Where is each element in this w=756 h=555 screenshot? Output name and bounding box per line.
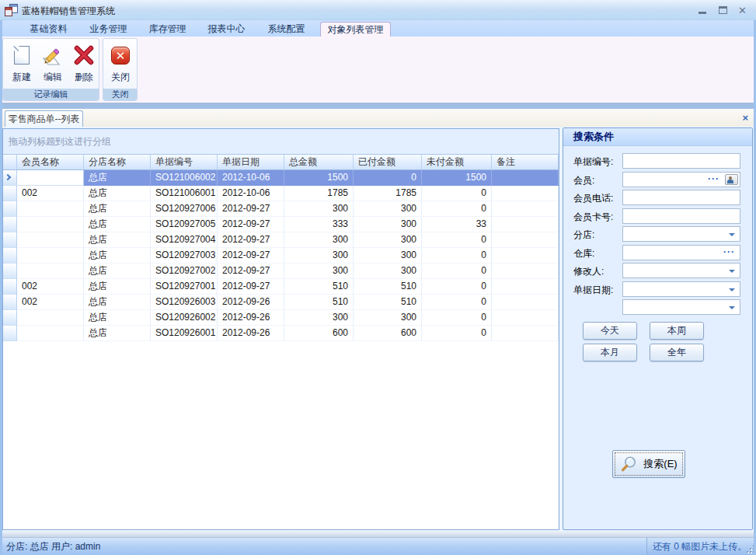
cell: 2012-09-27 — [218, 232, 284, 248]
cell — [492, 264, 559, 279]
cell: 0 — [422, 310, 492, 326]
edit-button[interactable]: 编辑 — [37, 42, 68, 89]
cell: 2012-09-27 — [218, 279, 284, 295]
cell — [492, 170, 559, 186]
table-row-6[interactable]: 总店SO1209270032012-09-273003000 — [3, 248, 559, 264]
table-row-3[interactable]: 总店SO1209270062012-09-273003000 — [3, 201, 559, 217]
cell: 1785 — [284, 186, 354, 201]
bill-date-input[interactable] — [622, 281, 740, 297]
search-icon — [620, 456, 637, 473]
cell: SO120926001 — [151, 326, 218, 341]
cell: 总店 — [84, 217, 151, 232]
table-row-4[interactable]: 总店SO1209270052012-09-2733330033 — [3, 217, 559, 232]
menu-tab-1[interactable]: 基础资料 — [23, 22, 74, 37]
menu-tab-4[interactable]: 报表中心 — [201, 22, 252, 37]
tab-close-icon[interactable]: × — [742, 112, 748, 124]
cell: 0 — [422, 186, 492, 201]
member-phone-input[interactable] — [622, 190, 740, 205]
search-button[interactable]: 搜索(E) — [612, 450, 685, 478]
cell: 300 — [354, 248, 422, 264]
cell: 002 — [17, 186, 84, 201]
modifier-input[interactable] — [622, 263, 740, 278]
column-header-5[interactable]: 总金额 — [284, 154, 354, 170]
maximize-button[interactable] — [718, 5, 728, 16]
ellipsis-icon[interactable]: ··· — [708, 173, 719, 184]
cell: 300 — [354, 264, 422, 279]
table-row-8[interactable]: 002总店SO1209270012012-09-275105100 — [3, 279, 559, 295]
column-header-7[interactable]: 未付金额 — [422, 154, 492, 170]
row-indicator — [3, 201, 17, 217]
cell — [492, 232, 559, 248]
chevron-down-icon[interactable] — [729, 270, 735, 273]
cell: 2012-09-26 — [218, 326, 284, 341]
today-button[interactable]: 今天 — [583, 322, 637, 340]
ribbon-group-records: 新建 编辑 — [2, 38, 99, 101]
tab-retail-list[interactable]: 零售商品单--列表 — [5, 110, 83, 127]
table-row-7[interactable]: 总店SO1209270022012-09-273003000 — [3, 264, 559, 279]
member-card-label: 会员卡号: — [573, 211, 613, 224]
cell — [492, 217, 559, 232]
column-header-4[interactable]: 单据日期 — [218, 154, 284, 170]
this-week-button[interactable]: 本周 — [650, 322, 704, 340]
minimize-button[interactable] — [698, 5, 708, 16]
ellipsis-icon[interactable]: ··· — [723, 246, 735, 257]
table-row-5[interactable]: 总店SO1209270042012-09-273003000 — [3, 232, 559, 248]
cell — [17, 232, 84, 248]
cell: 300 — [284, 310, 354, 326]
cell: 0 — [422, 326, 492, 341]
ribbon-close-button[interactable]: ✕ 关闭 — [105, 42, 136, 89]
cell: 300 — [284, 264, 354, 279]
column-header-2[interactable]: 分店名称 — [84, 154, 151, 170]
warehouse-input[interactable]: ··· — [622, 245, 740, 260]
cell: 333 — [284, 217, 354, 232]
member-input[interactable]: ··· — [622, 172, 740, 187]
column-header-6[interactable]: 已付金额 — [354, 154, 422, 170]
cell: SO121006001 — [151, 186, 218, 201]
cell: 300 — [284, 232, 354, 248]
menu-tab-2[interactable]: 业务管理 — [83, 22, 134, 37]
cell — [17, 264, 84, 279]
row-indicator — [3, 170, 17, 186]
table-row-11[interactable]: 总店SO1209260012012-09-266006000 — [3, 326, 559, 341]
cell: 510 — [284, 295, 354, 310]
column-header-8[interactable]: 备注 — [492, 154, 559, 170]
bill-number-input[interactable] — [622, 153, 740, 169]
cell: 2012-09-26 — [218, 295, 284, 310]
close-red-icon: ✕ — [111, 44, 130, 67]
row-indicator — [3, 326, 17, 341]
cell: 1785 — [354, 186, 422, 201]
table-row-10[interactable]: 总店SO1209260022012-09-263003000 — [3, 310, 559, 326]
member-card-input[interactable] — [622, 208, 740, 224]
cell: 2012-10-06 — [218, 170, 284, 186]
member-picker-button[interactable] — [725, 174, 738, 185]
cell: 510 — [284, 279, 354, 295]
chevron-down-icon[interactable] — [729, 288, 735, 291]
cell: 总店 — [84, 170, 151, 186]
cell: 2012-09-27 — [218, 201, 284, 217]
cell — [17, 248, 84, 264]
store-input[interactable] — [622, 226, 740, 242]
new-button[interactable]: 新建 — [6, 42, 37, 89]
delete-button[interactable]: 删除 — [68, 42, 99, 89]
close-button[interactable]: ✕ — [738, 5, 748, 16]
chevron-down-icon[interactable] — [729, 233, 735, 236]
this-month-button[interactable]: 本月 — [583, 344, 637, 361]
column-header-3[interactable]: 单据编号 — [151, 154, 218, 170]
table-row-9[interactable]: 002总店SO1209260032012-09-265105100 — [3, 295, 559, 310]
table-row-2[interactable]: 002总店SO1210060012012-10-06178517850 — [3, 186, 559, 201]
cell — [492, 186, 559, 201]
chevron-down-icon[interactable] — [729, 306, 735, 309]
table-row-1[interactable]: 总店SO1210060022012-10-06150001500 — [3, 170, 559, 186]
menu-tab-6[interactable]: 对象列表管理 — [320, 22, 391, 37]
menu-tab-3[interactable]: 库存管理 — [142, 22, 193, 37]
cell: 0 — [422, 248, 492, 264]
cell — [492, 248, 559, 264]
bill-date-2-input[interactable] — [622, 299, 740, 315]
menu-tab-5[interactable]: 系统配置 — [261, 22, 312, 37]
cell: 2012-10-06 — [218, 186, 284, 201]
cell: 总店 — [84, 279, 151, 295]
window-title: 蓝格鞋帽销售管理系统 — [22, 5, 115, 18]
column-header-1[interactable]: 会员名称 — [17, 154, 84, 170]
this-year-button[interactable]: 全年 — [650, 344, 704, 361]
cell — [17, 217, 84, 232]
